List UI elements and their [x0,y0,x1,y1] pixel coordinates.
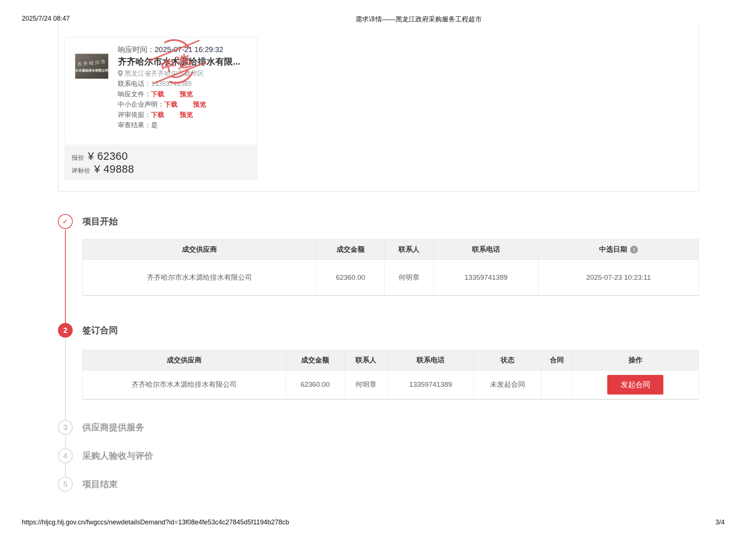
info-icon[interactable]: ! [630,246,638,254]
evaluation-price-value: ¥ 49888 [94,163,134,175]
timeline-connector [65,435,66,448]
sme-declaration-row: 中小企业声明：下载预览 [118,99,254,110]
company-location: 黑龙江省齐齐哈尔市建华区 [118,68,254,79]
step-number: 5 [63,480,67,489]
sme-declaration-preview-link[interactable]: 预览 [193,101,206,108]
sme-declaration-label: 中小企业声明： [118,101,164,108]
quote-price-label: 报价 [72,154,84,162]
company-logo: 齐齐哈尔市 水木源给排水有限公司 [75,54,109,79]
table-row: 齐齐哈尔市水木源给排水有限公司 62360.00 何明章 13359741389… [83,371,699,399]
company-name: 齐齐哈尔市水木源给排水有限... [118,56,254,68]
supplier-card: 齐齐哈尔市 水木源给排水有限公司 响应时间：2025-07-21 16:29:3… [65,37,258,180]
sme-declaration-download-link[interactable]: 下载 [164,101,178,108]
step-title-sign-contract: 签订合同 [82,325,118,336]
col-header-amount: 成交金额 [317,240,385,260]
response-file-download-link[interactable]: 下载 [151,90,164,98]
phone-label: 联系电话： [118,80,151,87]
company-logo-subtext: 水木源给排水有限公司 [75,68,109,73]
step-title-project-end: 项目结束 [82,479,118,490]
print-page-title: 需求详情——黑龙江政府采购服务工程超市 [81,15,756,24]
col-header-action: 操作 [572,350,698,371]
quote-price: 报价 ¥ 62360 [72,150,257,162]
supplier-card-body: 齐齐哈尔市 水木源给排水有限公司 响应时间：2025-07-21 16:29:3… [65,37,258,144]
project-start-table: 成交供应商 成交金额 联系人 联系电话 中选日期! 齐齐哈尔市水木源给排水有限公… [82,239,699,296]
response-time-value: 2025-07-21 16:29:32 [155,45,223,54]
cell-supplier: 齐齐哈尔市水木源给排水有限公司 [83,260,317,296]
col-header-selected-date: 中选日期! [539,240,699,260]
cell-phone: 13359741389 [388,371,474,399]
cell-amount: 62360.00 [317,260,385,296]
company-logo-text: 齐齐哈尔市 [77,58,107,68]
contact-phone: 联系电话：13359741389 [118,79,254,89]
step-circle-1: ✓ [58,214,73,229]
response-file-row: 响应文件：下载预览 [118,89,254,99]
quote-price-value: ¥ 62360 [88,150,128,162]
step-title-project-start: 项目开始 [82,216,118,227]
review-result-label: 审查结果： [118,121,151,129]
col-header-status: 状态 [474,350,542,371]
col-header-supplier: 成交供应商 [83,240,317,260]
evaluation-price: 评标价 ¥ 49888 [72,163,257,175]
review-result-row: 审查结果：是 [118,120,254,130]
col-header-phone: 联系电话 [388,350,474,371]
col-header-contact: 联系人 [384,240,434,260]
table-row: 齐齐哈尔市水木源给排水有限公司 62360.00 何明章 13359741389… [83,260,699,296]
cell-selected-date: 2025-07-23 10:23:11 [539,260,699,296]
cell-contact: 何明章 [384,260,434,296]
print-datetime: 2025/7/24 08:47 [22,15,70,23]
step-circle-4: 4 [58,448,73,463]
step-title-acceptance-evaluation: 采购人验收与评价 [82,450,153,461]
cell-contract [542,371,572,399]
phone-value: 13359741389 [151,80,192,87]
cell-supplier: 齐齐哈尔市水木源给排水有限公司 [83,371,286,399]
review-basis-download-link[interactable]: 下载 [151,111,164,118]
initiate-contract-button[interactable]: 发起合同 [607,375,663,395]
review-basis-label: 评审依据： [118,111,151,118]
check-icon: ✓ [62,217,69,226]
response-time: 响应时间：2025-07-21 16:29:32 [118,44,254,55]
step-number: 3 [63,423,67,432]
step-number: 2 [63,326,67,335]
page-number: 3/4 [715,519,725,526]
review-basis-row: 评审依据：下载预览 [118,110,254,120]
cell-action: 发起合同 [572,371,698,399]
cell-amount: 62360.00 [286,371,344,399]
cell-contact: 何明章 [344,371,388,399]
col-header-supplier: 成交供应商 [83,350,286,371]
evaluation-price-label: 评标价 [72,166,90,175]
step-circle-3: 3 [58,420,73,435]
col-header-contact: 联系人 [344,350,388,371]
response-file-preview-link[interactable]: 预览 [180,90,193,98]
timeline-connector [65,464,66,476]
timeline-connector [65,230,66,323]
step-number: 4 [63,452,67,460]
col-header-amount: 成交金额 [286,350,344,371]
col-header-phone: 联系电话 [434,240,539,260]
response-file-label: 响应文件： [118,90,151,98]
cell-status: 未发起合同 [474,371,542,399]
step-title-supplier-service: 供应商提供服务 [82,422,144,433]
contract-table: 成交供应商 成交金额 联系人 联系电话 状态 合同 操作 齐齐哈尔市水木源给排水… [82,350,699,400]
print-url: https://hljcg.hlj.gov.cn/fwgccs/newdetai… [22,519,289,526]
col-header-contract: 合同 [542,350,572,371]
selected-date-label: 中选日期 [599,245,627,253]
step-circle-2: 2 [58,323,73,338]
response-time-label: 响应时间： [118,45,155,54]
cell-phone: 13359741389 [434,260,539,296]
step-circle-5: 5 [58,477,73,492]
location-pin-icon [118,70,123,77]
location-text: 黑龙江省齐齐哈尔市建华区 [124,68,204,79]
review-result-value: 是 [151,121,158,129]
timeline-connector [65,338,66,420]
price-footer: 报价 ¥ 62360 评标价 ¥ 49888 [65,146,258,180]
review-basis-preview-link[interactable]: 预览 [180,111,193,118]
